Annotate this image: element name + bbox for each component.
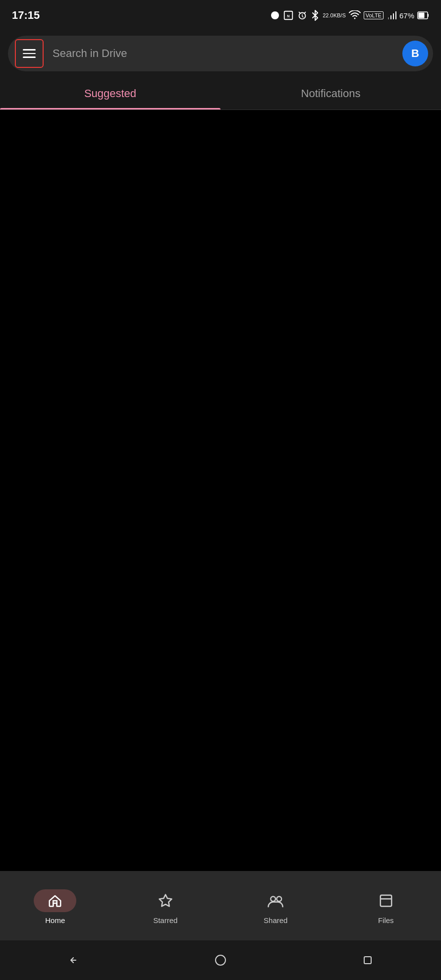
battery-level: 67%	[399, 11, 414, 20]
star-icon	[158, 893, 173, 908]
status-bar: 17:15 N	[0, 0, 441, 30]
bottom-nav: Home Starred Shared Files	[0, 871, 441, 940]
tab-suggested[interactable]: Suggested	[0, 77, 220, 109]
svg-point-11	[277, 896, 282, 901]
tab-suggested-label: Suggested	[84, 87, 136, 108]
svg-rect-12	[381, 895, 392, 906]
svg-marker-4	[395, 11, 396, 19]
svg-marker-7	[388, 17, 389, 19]
search-bar-container: Search in Drive B	[0, 30, 441, 77]
tab-notifications-label: Notifications	[301, 87, 361, 108]
svg-point-13	[216, 955, 225, 965]
system-nav	[0, 940, 441, 980]
svg-rect-14	[364, 957, 371, 964]
recording-icon	[270, 10, 280, 20]
tab-notifications[interactable]: Notifications	[220, 77, 441, 109]
search-bar[interactable]: Search in Drive B	[8, 36, 433, 71]
files-icon-wrapper	[365, 889, 407, 912]
hamburger-icon	[23, 49, 36, 58]
menu-button[interactable]	[15, 39, 44, 68]
home-icon-wrapper	[34, 889, 76, 912]
bluetooth-icon	[311, 10, 320, 21]
signal-icon	[386, 10, 396, 20]
status-icons: N 22.0 KB/S	[270, 10, 429, 21]
nav-item-shared[interactable]: Shared	[220, 889, 331, 925]
tab-notifications-indicator	[220, 108, 441, 109]
svg-text:N: N	[287, 14, 290, 18]
back-button[interactable]	[66, 953, 81, 968]
wifi-icon	[349, 10, 361, 20]
home-button[interactable]	[213, 953, 228, 968]
nfc-icon: N	[283, 10, 294, 21]
status-time: 17:15	[12, 9, 40, 22]
home-icon	[48, 893, 62, 908]
tab-suggested-indicator	[0, 108, 220, 109]
svg-rect-9	[419, 13, 425, 18]
nav-item-starred[interactable]: Starred	[110, 889, 221, 925]
avatar[interactable]: B	[402, 41, 428, 66]
search-input[interactable]: Search in Drive	[44, 47, 402, 60]
nav-home-label: Home	[45, 916, 65, 925]
tabs-container: Suggested Notifications	[0, 77, 441, 110]
lte-icon: VoLTE	[364, 11, 384, 19]
data-speed-icon: 22.0 KB/S	[323, 12, 346, 18]
svg-point-0	[271, 11, 279, 19]
files-icon	[379, 893, 393, 908]
nav-item-home[interactable]: Home	[0, 889, 110, 925]
shared-icon-wrapper	[253, 889, 298, 912]
svg-point-10	[271, 896, 276, 901]
star-icon-wrapper	[144, 889, 187, 912]
shared-icon	[267, 893, 284, 908]
svg-marker-6	[390, 15, 391, 19]
alarm-icon	[297, 10, 308, 21]
recents-button[interactable]	[360, 953, 375, 968]
svg-marker-5	[393, 13, 394, 19]
main-content	[0, 110, 441, 871]
nav-starred-label: Starred	[153, 916, 177, 925]
battery-icon	[417, 11, 429, 20]
nav-files-label: Files	[378, 916, 394, 925]
nav-item-files[interactable]: Files	[331, 889, 441, 925]
nav-shared-label: Shared	[264, 916, 287, 925]
